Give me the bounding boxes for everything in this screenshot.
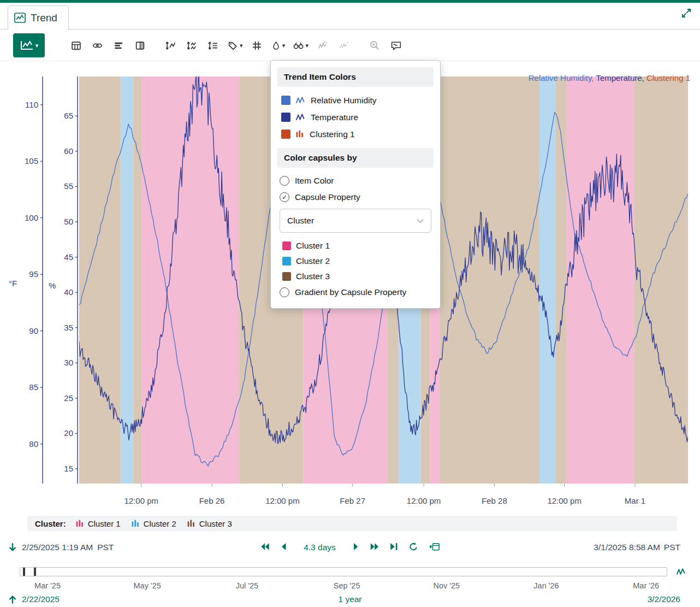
svg-text:20: 20 bbox=[64, 428, 73, 438]
svg-text:45: 45 bbox=[64, 252, 73, 262]
annotate-b-icon bbox=[339, 40, 349, 51]
svg-text:60: 60 bbox=[64, 146, 73, 156]
split-panel-button[interactable] bbox=[130, 35, 149, 56]
cluster-legend-item-2[interactable]: Cluster 2 bbox=[131, 519, 176, 528]
cluster-option-1[interactable]: Cluster 1 bbox=[277, 238, 434, 254]
timeline-signal-icon bbox=[676, 567, 686, 576]
step-forward-button[interactable] bbox=[353, 543, 359, 552]
chevron-down-icon bbox=[417, 219, 424, 223]
cluster-legend-item-1[interactable]: Cluster 1 bbox=[75, 519, 121, 528]
expand-icon[interactable] bbox=[681, 8, 692, 20]
trend-item-temperature[interactable]: Temperature bbox=[277, 109, 434, 126]
tab-label: Trend bbox=[31, 12, 57, 24]
cluster-option-label: Cluster 1 bbox=[296, 241, 330, 251]
svg-text:Feb 26: Feb 26 bbox=[199, 496, 225, 505]
trend-item-clustering-1[interactable]: Clustering 1 bbox=[277, 126, 434, 143]
labels-button[interactable]: ▾ bbox=[225, 35, 245, 56]
display-range-start[interactable]: 2/25/2025 1:19 AM bbox=[22, 543, 93, 552]
calendar-table-icon bbox=[71, 40, 81, 51]
stack-axes-button[interactable] bbox=[204, 35, 222, 56]
radio-unchecked-icon[interactable] bbox=[280, 287, 289, 297]
tab-trend[interactable]: Trend bbox=[8, 5, 69, 30]
cluster-legend-label: Cluster 1 bbox=[88, 519, 121, 528]
svg-text:80: 80 bbox=[29, 439, 38, 449]
compare-button[interactable]: ▾ bbox=[290, 35, 311, 56]
legend-item: Relative Humidity, bbox=[529, 73, 596, 82]
axes-one-lane-icon bbox=[165, 40, 176, 51]
svg-text:12:00 pm: 12:00 pm bbox=[407, 496, 441, 505]
arrow-up-icon[interactable] bbox=[8, 594, 17, 604]
chart-legend: Relative Humidity, Temperature, Clusteri… bbox=[529, 73, 690, 82]
annotations-button[interactable] bbox=[387, 35, 405, 56]
jump-to-end-button[interactable] bbox=[390, 543, 398, 552]
radio-label: Gradient by Capsule Property bbox=[295, 287, 406, 297]
samples-button bbox=[313, 35, 332, 56]
capsule-property-select[interactable]: Cluster bbox=[280, 209, 431, 233]
popup-items-title: Trend Item Colors bbox=[277, 67, 434, 87]
svg-text:50: 50 bbox=[64, 217, 73, 226]
refresh-icon bbox=[408, 542, 418, 552]
timeline-selection-handle[interactable] bbox=[23, 568, 36, 576]
svg-text:Feb 27: Feb 27 bbox=[340, 496, 365, 505]
skip-forward-button[interactable] bbox=[370, 543, 379, 552]
investigate-range-end[interactable]: 3/2/2026 bbox=[648, 594, 680, 604]
svg-text:12:00 pm: 12:00 pm bbox=[124, 496, 158, 505]
select-value: Cluster bbox=[287, 216, 314, 226]
timeline-tick-label: Nov '25 bbox=[433, 581, 460, 590]
item-links-button[interactable] bbox=[88, 35, 106, 56]
radio-unchecked-icon[interactable] bbox=[280, 176, 289, 186]
timeline-track[interactable] bbox=[20, 567, 667, 576]
radio-checked-icon[interactable]: ✓ bbox=[280, 192, 289, 202]
display-range-end-tz: PST bbox=[664, 543, 680, 552]
svg-text:Mar 1: Mar 1 bbox=[625, 496, 645, 505]
step-back-button[interactable] bbox=[280, 543, 287, 552]
capsule-time-button[interactable] bbox=[429, 541, 440, 553]
svg-text:95: 95 bbox=[29, 269, 38, 279]
one-y-axis-button[interactable] bbox=[182, 35, 201, 56]
color-swatch[interactable] bbox=[281, 96, 290, 105]
refresh-button[interactable] bbox=[408, 542, 418, 553]
bars-icon bbox=[114, 40, 124, 51]
details-pane-button[interactable] bbox=[109, 35, 128, 56]
trend-chart-icon bbox=[14, 13, 26, 23]
timeline-tick-label: Jan '26 bbox=[533, 581, 559, 590]
cluster-legend-item-3[interactable]: Cluster 3 bbox=[187, 519, 232, 528]
svg-text:55: 55 bbox=[64, 181, 73, 191]
one-lane-button[interactable] bbox=[161, 35, 180, 56]
timeline-tick-label: Jul '25 bbox=[236, 581, 258, 590]
svg-text:15: 15 bbox=[64, 464, 73, 473]
cluster-option-3[interactable]: Cluster 3 bbox=[277, 269, 434, 284]
caret-down-icon: ▾ bbox=[282, 43, 286, 49]
date-ranges-button[interactable] bbox=[67, 35, 85, 56]
color-swatch bbox=[282, 241, 291, 250]
colors-icon bbox=[271, 40, 281, 51]
step-back-icon bbox=[280, 543, 287, 551]
radio-gradient-by-capsule-property[interactable]: Gradient by Capsule Property bbox=[277, 284, 434, 300]
color-swatch bbox=[282, 272, 291, 281]
arrow-down-icon[interactable] bbox=[8, 543, 17, 552]
capsule-legend-bar: Cluster: Cluster 1Cluster 2Cluster 3 bbox=[27, 516, 677, 531]
skip-back-button[interactable] bbox=[260, 543, 270, 552]
color-swatch[interactable] bbox=[281, 113, 290, 122]
display-range-end[interactable]: 3/1/2025 8:58 AM bbox=[594, 543, 660, 552]
radio-capsule-property[interactable]: ✓Capsule Property bbox=[277, 189, 434, 205]
capsules-icon bbox=[295, 129, 305, 139]
trend-item-label: Clustering 1 bbox=[310, 129, 355, 139]
capsule-step-icon bbox=[429, 541, 440, 552]
radio-item-color[interactable]: Item Color bbox=[277, 173, 434, 189]
gridlines-button[interactable] bbox=[248, 35, 266, 56]
trend-item-label: Relative Humidity bbox=[311, 96, 377, 105]
duration-label[interactable]: 4.3 days bbox=[297, 543, 342, 552]
cluster-legend-label: Cluster 3 bbox=[199, 519, 232, 528]
view-selector-button[interactable]: ▾ bbox=[13, 33, 45, 57]
svg-text:105: 105 bbox=[25, 156, 38, 166]
investigate-range-duration[interactable]: 1 year bbox=[338, 594, 361, 604]
time-navigation: 2/25/2025 1:19 AM PST 4.3 days 3/1/2025 … bbox=[0, 538, 700, 557]
investigate-range-start[interactable]: 2/22/2025 bbox=[22, 594, 60, 604]
colors-button[interactable]: ▾ bbox=[269, 35, 288, 56]
trend-item-relative-humidity[interactable]: Relative Humidity bbox=[277, 92, 434, 109]
binoculars-icon bbox=[293, 40, 304, 51]
cluster-option-2[interactable]: Cluster 2 bbox=[277, 254, 434, 269]
timeline-tick-label: Sep '25 bbox=[334, 581, 360, 590]
color-swatch[interactable] bbox=[281, 129, 290, 139]
